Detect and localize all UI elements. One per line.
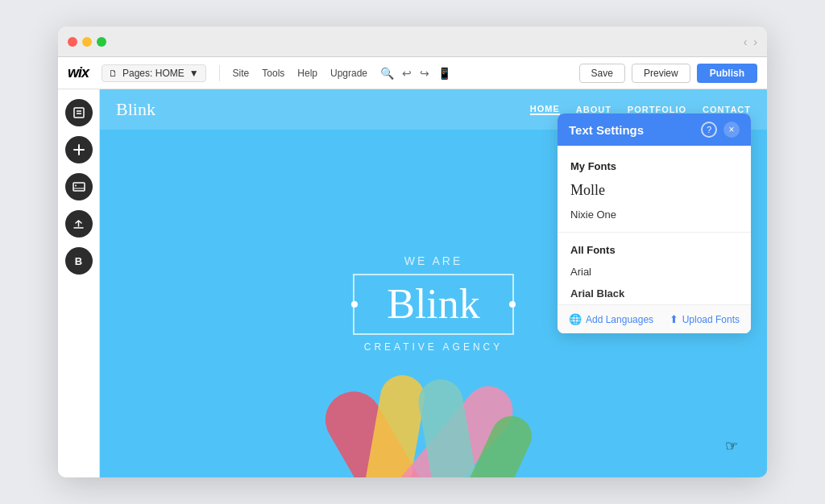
- section-my-fonts-title: My Fonts: [558, 155, 751, 177]
- site-nav-home[interactable]: HOME: [530, 104, 560, 115]
- sidebar-btn-pages[interactable]: [65, 99, 93, 126]
- panel-footer: 🌐 Add Languages ⬆ Upload Fonts: [558, 304, 751, 333]
- browser-chrome: ‹ ›: [58, 27, 767, 57]
- editor-body: B Blink HOME ABOUT PORTFOLIO CONTACT WE …: [58, 89, 767, 477]
- section-all-fonts-title: All Fonts: [558, 239, 751, 261]
- browser-window: ‹ › wix 🗋 Pages: HOME ▼ Site Tools Help …: [58, 27, 767, 477]
- font-arial-black-label: Arial Black: [570, 287, 624, 300]
- add-languages-label: Add Languages: [586, 314, 653, 325]
- font-arial-label: Arial: [570, 266, 591, 278]
- font-item-arial[interactable]: Arial: [558, 261, 751, 283]
- panel-help-icon[interactable]: ?: [701, 122, 717, 138]
- nav-forward-arrow[interactable]: ›: [753, 35, 757, 48]
- site-headline-main: Blink: [387, 283, 480, 325]
- site-logo: Blink: [116, 99, 155, 120]
- site-headline-top: WE ARE: [404, 254, 462, 267]
- pages-icon: 🗋: [109, 68, 118, 78]
- site-headline-sub: CREATIVE AGENCY: [364, 341, 503, 353]
- browser-nav: ‹ ›: [744, 35, 757, 48]
- toolbar-icons: 🔍 ↩ ↪ 📱: [380, 67, 451, 80]
- upload-fonts-label: Upload Fonts: [682, 314, 740, 325]
- sidebar-btn-app[interactable]: B: [65, 247, 93, 275]
- mobile-view-icon[interactable]: 📱: [437, 67, 451, 80]
- traffic-light-fullscreen[interactable]: [97, 37, 106, 47]
- panel-title: Text Settings: [569, 123, 644, 137]
- panel-header-icons: ? ×: [701, 122, 740, 138]
- canvas-area: Blink HOME ABOUT PORTFOLIO CONTACT WE AR…: [100, 89, 767, 477]
- nav-back-arrow[interactable]: ‹: [744, 35, 748, 48]
- undo-icon[interactable]: ↩: [402, 67, 412, 80]
- sidebar-btn-media[interactable]: [65, 173, 93, 200]
- resize-handle-left[interactable]: [351, 301, 358, 308]
- upload-fonts-button[interactable]: ⬆ Upload Fonts: [670, 313, 740, 325]
- font-nixie-label: Nixie One: [570, 209, 616, 221]
- left-sidebar: B: [58, 89, 100, 477]
- menu-tools[interactable]: Tools: [262, 68, 284, 79]
- svg-rect-0: [74, 108, 84, 118]
- panel-header: Text Settings ? ×: [558, 114, 751, 146]
- traffic-light-minimize[interactable]: [82, 37, 92, 47]
- text-settings-panel: Text Settings ? × My Fonts Molle Nixie O…: [558, 114, 751, 333]
- traffic-light-close[interactable]: [68, 37, 77, 47]
- toolbar-right: Save Preview Publish: [579, 64, 757, 83]
- sidebar-btn-add[interactable]: [65, 136, 93, 163]
- sidebar-btn-upload[interactable]: [65, 210, 93, 238]
- pages-dropdown[interactable]: 🗋 Pages: HOME ▼: [102, 64, 206, 82]
- menu-site[interactable]: Site: [233, 68, 250, 79]
- font-molle-label: Molle: [570, 182, 605, 199]
- panel-divider: [558, 232, 751, 233]
- panel-body: My Fonts Molle Nixie One All Fonts Arial…: [558, 146, 751, 304]
- font-item-nixie[interactable]: Nixie One: [558, 204, 751, 225]
- save-button[interactable]: Save: [579, 64, 625, 83]
- pages-label: Pages: HOME: [122, 68, 184, 79]
- wix-logo: wix: [68, 64, 89, 81]
- redo-icon[interactable]: ↪: [420, 67, 429, 80]
- menu-upgrade[interactable]: Upgrade: [330, 68, 367, 79]
- search-icon[interactable]: 🔍: [380, 67, 394, 80]
- traffic-lights: [68, 37, 106, 47]
- add-languages-icon: 🌐: [569, 313, 582, 325]
- editor-toolbar: wix 🗋 Pages: HOME ▼ Site Tools Help Upgr…: [58, 57, 767, 89]
- pages-chevron-icon: ▼: [189, 68, 199, 79]
- panel-close-button[interactable]: ×: [723, 122, 740, 138]
- add-languages-button[interactable]: 🌐 Add Languages: [569, 313, 653, 325]
- svg-rect-3: [73, 183, 85, 191]
- publish-button[interactable]: Publish: [697, 64, 757, 83]
- font-item-arial-black[interactable]: Arial Black: [558, 283, 751, 304]
- menu-help[interactable]: Help: [297, 68, 317, 79]
- site-blink-box: Blink: [353, 274, 514, 335]
- upload-fonts-icon: ⬆: [670, 313, 678, 325]
- resize-handle-right[interactable]: [509, 301, 516, 308]
- preview-button[interactable]: Preview: [632, 64, 690, 83]
- font-item-molle[interactable]: Molle: [558, 177, 751, 204]
- svg-point-5: [75, 185, 77, 187]
- toolbar-separator-1: [219, 65, 220, 81]
